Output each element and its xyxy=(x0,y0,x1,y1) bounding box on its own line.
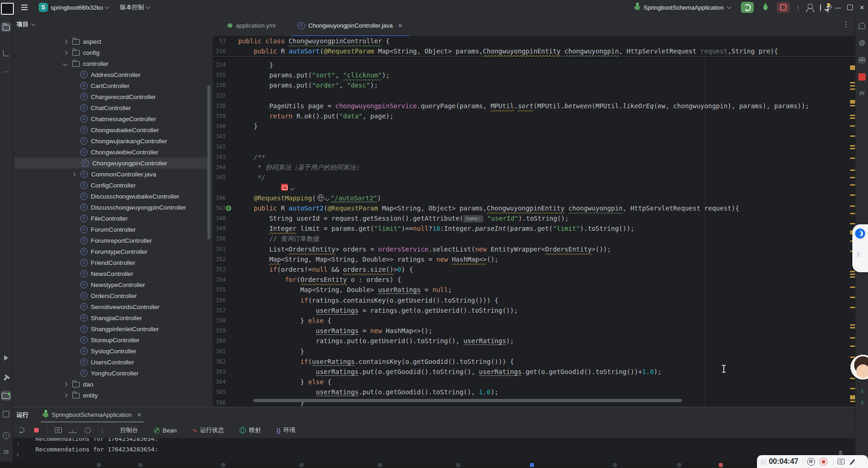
tree-item-DiscusschongwubaikeController[interactable]: CDiscusschongwubaikeController xyxy=(13,191,213,202)
screenshot-button[interactable] xyxy=(54,427,62,433)
error-stripe-mark[interactable] xyxy=(850,125,855,127)
error-stripe-mark[interactable] xyxy=(850,345,855,347)
plugin-toolwindow-button[interactable] xyxy=(857,72,867,82)
chevron-down-icon[interactable] xyxy=(325,196,329,201)
tree-item-StoreupController[interactable]: CStoreupController xyxy=(13,334,213,345)
tree-item-entity[interactable]: entity xyxy=(13,390,213,401)
tree-item-SensitivewordsController[interactable]: CSensitivewordsController xyxy=(13,301,213,312)
code-line-343[interactable]: 343 /** xyxy=(213,152,855,162)
error-stripe-mark[interactable] xyxy=(850,401,855,402)
edit-config-button[interactable]: · xyxy=(83,427,92,433)
tree-item-FriendController[interactable]: CFriendController xyxy=(13,257,213,268)
tree-item-NewstypeController[interactable]: CNewstypeController xyxy=(13,279,213,290)
taskbar-app-icon[interactable] xyxy=(221,463,225,467)
notifications-button[interactable] xyxy=(857,20,867,30)
taskbar-app-icon[interactable] xyxy=(677,463,681,467)
close-icon[interactable]: ✕ xyxy=(398,23,403,29)
chevron-right-icon[interactable] xyxy=(63,382,68,386)
run-view-tab-映射[interactable]: 映射 xyxy=(237,426,264,434)
code-line-334[interactable]: 334 } xyxy=(213,60,855,70)
error-stripe-mark[interactable] xyxy=(850,82,855,83)
chevron-down-icon[interactable] xyxy=(63,61,68,66)
debug-button[interactable] xyxy=(759,2,771,13)
code-line-341[interactable]: 341 xyxy=(213,131,855,141)
build-toolwindow-button[interactable] xyxy=(1,373,11,383)
sticky-line-53[interactable]: 53public class ChongwuyongpinController … xyxy=(213,36,855,46)
tree-item-FileController[interactable]: CFileController xyxy=(13,213,213,224)
more-toolwindows-button[interactable]: ⋯ xyxy=(1,66,11,76)
code-line-337[interactable]: 337 xyxy=(213,91,855,101)
error-stripe[interactable] xyxy=(850,36,855,407)
assistant-app-icon[interactable] xyxy=(855,228,865,239)
error-stripe-mark[interactable] xyxy=(850,395,855,399)
spring-mapping-gutter-icon[interactable] xyxy=(226,205,231,211)
error-stripe-mark[interactable] xyxy=(850,276,855,278)
code-line-355[interactable]: 355 Map<String, Double> userRatings = nu… xyxy=(213,285,855,295)
error-stripe-mark[interactable] xyxy=(850,85,855,87)
tree-item-ForumreportController[interactable]: CForumreportController xyxy=(13,235,213,246)
tree-item-AddressController[interactable]: CAddressController xyxy=(13,69,213,80)
maven-toolwindow-button[interactable]: m xyxy=(857,88,867,98)
project-panel-header[interactable]: 项目 xyxy=(17,20,35,29)
error-stripe-mark[interactable] xyxy=(850,223,855,224)
tree-item-config[interactable]: config xyxy=(13,47,213,58)
tree-item-ChargerecordController[interactable]: CChargerecordController xyxy=(13,91,213,102)
tree-item-ChongwubaikeController[interactable]: CChongwubaikeController xyxy=(13,124,213,135)
recorder-drag-handle[interactable]: ⣿⣿ xyxy=(760,459,766,464)
error-stripe-mark[interactable] xyxy=(850,148,855,149)
url-mapping-inlay-icon[interactable] xyxy=(317,194,324,201)
taskbar-app-icon[interactable] xyxy=(378,463,382,467)
error-stripe-mark[interactable] xyxy=(850,115,855,116)
taskbar-app-icon[interactable] xyxy=(613,463,617,467)
tree-item-dao[interactable]: dao xyxy=(13,379,213,390)
error-stripe-mark[interactable] xyxy=(850,271,855,272)
code-line-362[interactable]: 362 if(userRatings.containsKey(o.getGood… xyxy=(213,357,855,367)
code-line-364[interactable]: 364 } else { xyxy=(213,377,855,387)
console-more-button[interactable]: ⋮ xyxy=(98,427,106,434)
run-config-selector[interactable]: SpringbootSchemaApplication xyxy=(630,2,735,13)
error-stripe-mark[interactable] xyxy=(850,145,855,146)
error-stripe-mark[interactable] xyxy=(850,135,855,137)
error-stripe-mark[interactable] xyxy=(850,177,855,178)
tree-item-ChongwuyongpinController[interactable]: CChongwuyongpinController xyxy=(14,158,209,169)
scroll-to-end-button[interactable]: ↓ xyxy=(69,427,77,433)
tree-item-DiscusschongwuyongpinController[interactable]: CDiscusschongwuyongpinController xyxy=(13,202,213,213)
code-line-345[interactable]: 345 */ xyxy=(213,172,855,182)
code-line-356[interactable]: 356 if(ratings.containsKey(o.getUserid()… xyxy=(213,295,855,305)
pause-button[interactable] xyxy=(807,458,815,466)
search-everywhere-button[interactable] xyxy=(820,4,821,11)
error-stripe-mark[interactable] xyxy=(850,65,855,70)
code-line-339[interactable]: 339 return R.ok().put("data", page); xyxy=(213,111,855,121)
code-line-357[interactable]: 357 userRatings = ratings.get(o.getUseri… xyxy=(213,305,855,316)
error-stripe-mark[interactable] xyxy=(850,274,855,275)
sticky-line-316[interactable]: 316 public R autoSort(@RequestParam Map<… xyxy=(213,46,855,56)
error-stripe-mark[interactable] xyxy=(850,184,855,186)
error-stripe-mark[interactable] xyxy=(850,170,855,171)
more-actions-button[interactable]: ⋮ xyxy=(795,4,800,11)
taskbar-app-icon[interactable] xyxy=(97,463,101,467)
code-line-342[interactable]: 342 xyxy=(213,142,855,152)
stop-console-button[interactable] xyxy=(32,428,41,433)
run-tab[interactable]: SpringbootSchemaApplication ✕ xyxy=(41,407,144,422)
tree-item-ChongwuleibieController[interactable]: CChongwuleibieController xyxy=(13,146,213,158)
tree-item-SyslogController[interactable]: CSyslogController xyxy=(13,345,213,357)
run-view-tab-运行状态[interactable]: ∿运行状态 xyxy=(189,426,227,434)
minimize-button[interactable]: — xyxy=(835,4,841,11)
tree-item-aspect[interactable]: aspect xyxy=(13,36,213,47)
chevron-right-icon[interactable] xyxy=(63,50,68,55)
error-stripe-mark[interactable] xyxy=(850,337,855,339)
tab-options-button[interactable]: ⋮ xyxy=(843,20,850,29)
code-line-359[interactable]: 359 userRatings = new HashMap<>(); xyxy=(213,326,855,336)
code-line-347[interactable]: 347 public R autoSort2(@RequestParam Map… xyxy=(213,203,855,213)
code-line-340[interactable]: 340 } xyxy=(213,121,855,131)
run-view-tab-环境[interactable]: {}环境 xyxy=(274,426,298,434)
plugin-inlay-badge-icon[interactable] xyxy=(281,184,288,191)
editor-tab-ChongwuyongpinController.java[interactable]: CChongwuyongpinController.java✕ xyxy=(291,16,409,35)
error-stripe-mark[interactable] xyxy=(850,324,855,326)
close-icon[interactable]: ✕ xyxy=(137,412,141,418)
structure-toolwindow-button[interactable] xyxy=(1,48,11,58)
vcs-widget[interactable]: 版本控制 xyxy=(115,2,154,13)
taskbar-app-icon[interactable] xyxy=(138,463,142,467)
main-menu-button[interactable] xyxy=(17,2,32,13)
tree-item-YonghuController[interactable]: CYonghuController xyxy=(13,368,213,379)
